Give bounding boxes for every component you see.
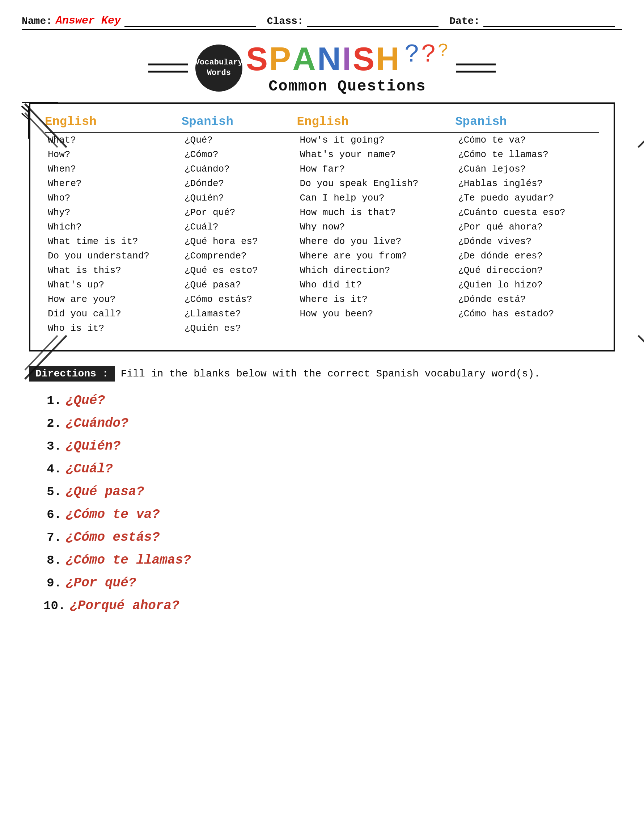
svg-line-15 xyxy=(25,336,58,370)
answer-number: 2. xyxy=(44,417,61,430)
answer-value: ¿Cómo te va? xyxy=(66,507,160,522)
cell-english-right: Do you speak English? xyxy=(297,176,455,191)
col-header-spanish-2: Spanish xyxy=(455,115,599,133)
cell-english-left: Who? xyxy=(45,191,182,205)
right-deco-lines xyxy=(452,53,496,82)
cell-spanish-right: ¿Quien lo hizo? xyxy=(455,278,599,292)
table-row: What time is it? ¿Qué hora es? Where do … xyxy=(45,234,599,249)
cell-english-left: Did you call? xyxy=(45,307,182,321)
answer-number: 3. xyxy=(44,440,61,453)
answer-value: ¿Cómo te llamas? xyxy=(66,553,191,567)
cell-spanish-left: ¿Quién es? xyxy=(182,321,282,336)
table-row: Which? ¿Cuál? Why now? ¿Por qué ahora? xyxy=(45,220,599,234)
answer-key: Answer Key xyxy=(56,15,121,27)
question-marks: ??? xyxy=(405,40,449,69)
cell-english-left: Do you understand? xyxy=(45,249,182,263)
table-row: What? ¿Qué? How's it going? ¿Cómo te va? xyxy=(45,133,599,147)
list-item: 4. ¿Cuál? xyxy=(44,462,600,476)
name-label: Name: xyxy=(22,16,52,27)
answer-number: 10. xyxy=(44,599,66,613)
cell-spanish-right: ¿Qué direccion? xyxy=(455,263,599,278)
table-row: How are you? ¿Cómo estás? Where is it? ¿… xyxy=(45,292,599,307)
cell-english-left: Who is it? xyxy=(45,321,182,336)
cell-spanish-left: ¿Cuál? xyxy=(182,220,282,234)
answer-number: 7. xyxy=(44,531,61,545)
cell-english-right: Where do you live? xyxy=(297,234,455,249)
table-row: Do you understand? ¿Comprende? Where are… xyxy=(45,249,599,263)
cell-spanish-right: ¿De dónde eres? xyxy=(455,249,599,263)
cell-spanish-left: ¿Por qué? xyxy=(182,205,282,220)
col-header-english-1: English xyxy=(45,115,182,133)
spanish-title: SPANISH ??? Common Questions xyxy=(246,40,449,95)
cell-english-left: What time is it? xyxy=(45,234,182,249)
directions-block: Directions : Fill in the blanks below wi… xyxy=(29,366,615,382)
frame-inner: English Spanish English Spanish What? ¿Q… xyxy=(29,102,615,351)
list-item: 5. ¿Qué pasa? xyxy=(44,484,600,499)
cell-english-left: Where? xyxy=(45,176,182,191)
table-row: Why? ¿Por qué? How much is that? ¿Cuánto… xyxy=(45,205,599,220)
cell-english-left: Which? xyxy=(45,220,182,234)
class-field xyxy=(307,18,439,27)
answer-number: 5. xyxy=(44,485,61,499)
cell-english-right: Can I help you? xyxy=(297,191,455,205)
list-item: 3. ¿Quién? xyxy=(44,439,600,454)
answer-value: ¿Qué pasa? xyxy=(66,484,144,499)
cell-spanish-right: ¿Dónde está? xyxy=(455,292,599,307)
spanish-big-text: SPANISH xyxy=(246,40,401,78)
cell-english-left: What? xyxy=(45,133,182,147)
answer-number: 1. xyxy=(44,394,61,407)
cell-spanish-left: ¿Qué? xyxy=(182,133,282,147)
cell-english-right: Which direction? xyxy=(297,263,455,278)
col-header-spanish-1: Spanish xyxy=(182,115,282,133)
cell-spanish-right: ¿Hablas inglés? xyxy=(455,176,599,191)
vocab-frame: English Spanish English Spanish What? ¿Q… xyxy=(29,102,615,351)
cell-english-right: Where is it? xyxy=(297,292,455,307)
title-section: Vocabulary Words SPANISH ??? Common Ques… xyxy=(22,40,622,95)
cell-spanish-left: ¿Dónde? xyxy=(182,176,282,191)
cell-english-left: When? xyxy=(45,162,182,176)
answer-value: ¿Cómo estás? xyxy=(66,530,160,545)
cell-spanish-right: ¿Te puedo ayudar? xyxy=(455,191,599,205)
col-header-english-2: English xyxy=(297,115,455,133)
list-item: 8. ¿Cómo te llamas? xyxy=(44,553,600,567)
list-item: 10. ¿Porqué ahora? xyxy=(44,598,600,613)
svg-line-16 xyxy=(638,336,644,379)
table-row: Did you call? ¿Llamaste? How you been? ¿… xyxy=(45,307,599,321)
table-row: Who is it? ¿Quién es? xyxy=(45,321,599,336)
cell-spanish-left: ¿Qué es esto? xyxy=(182,263,282,278)
answer-value: ¿Cuándo? xyxy=(66,416,128,431)
cell-english-left: How are you? xyxy=(45,292,182,307)
cell-spanish-right: ¿Cuán lejos? xyxy=(455,162,599,176)
header: Name: Answer Key Class: Date: xyxy=(22,15,622,30)
answer-value: ¿Por qué? xyxy=(66,575,136,590)
cell-english-right: What's your name? xyxy=(297,147,455,162)
date-field xyxy=(483,18,615,27)
cell-english-left: What is this? xyxy=(45,263,182,278)
cell-english-right xyxy=(297,321,455,336)
name-field xyxy=(124,18,256,27)
table-row: Where? ¿Dónde? Do you speak English? ¿Ha… xyxy=(45,176,599,191)
cell-spanish-left: ¿Qué hora es? xyxy=(182,234,282,249)
answer-value: ¿Cuál? xyxy=(66,462,113,476)
cell-spanish-left: ¿Cuándo? xyxy=(182,162,282,176)
cell-english-right: How's it going? xyxy=(297,133,455,147)
list-item: 1. ¿Qué? xyxy=(44,393,600,408)
vocab-circle: Vocabulary Words xyxy=(195,45,242,92)
class-label: Class: xyxy=(267,16,303,27)
directions-badge: Directions : xyxy=(29,366,115,381)
cell-english-right: Who did it? xyxy=(297,278,455,292)
cell-spanish-right xyxy=(455,321,599,336)
table-row: When? ¿Cuándo? How far? ¿Cuán lejos? xyxy=(45,162,599,176)
answer-number: 8. xyxy=(44,553,61,567)
directions-text: Fill in the blanks below with the correc… xyxy=(121,366,540,382)
list-item: 2. ¿Cuándo? xyxy=(44,416,600,431)
cell-spanish-left: ¿Llamaste? xyxy=(182,307,282,321)
answer-number: 4. xyxy=(44,462,61,476)
cell-english-left: What's up? xyxy=(45,278,182,292)
answer-value: ¿Porqué ahora? xyxy=(70,598,179,613)
cell-spanish-left: ¿Cómo? xyxy=(182,147,282,162)
answer-value: ¿Qué? xyxy=(66,393,105,408)
cell-spanish-right: ¿Cómo te llamas? xyxy=(455,147,599,162)
cell-spanish-left: ¿Cómo estás? xyxy=(182,292,282,307)
list-item: 6. ¿Cómo te va? xyxy=(44,507,600,522)
